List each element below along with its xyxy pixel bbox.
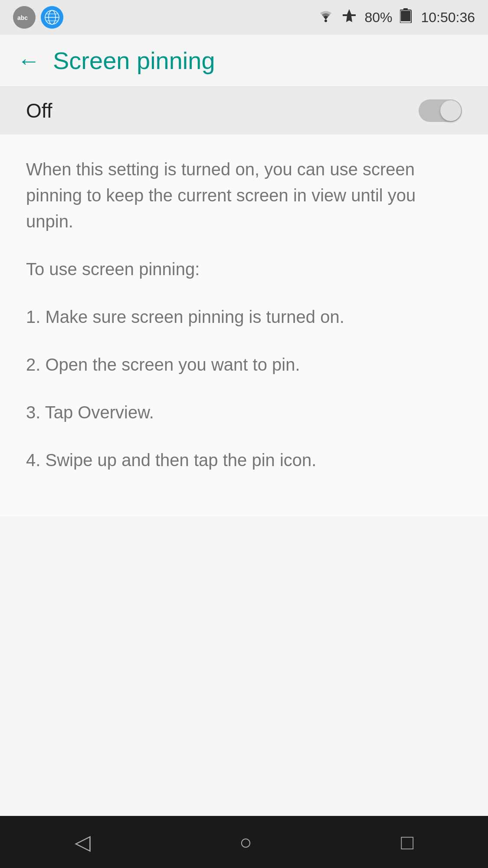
recents-nav-button[interactable]: □ xyxy=(401,830,413,854)
instruction-step-1: 1. Make sure screen pinning is turned on… xyxy=(26,304,462,330)
wifi-icon xyxy=(318,9,334,26)
instruction-step-2: 2. Open the screen you want to pin. xyxy=(26,352,462,378)
battery-icon xyxy=(400,8,413,26)
battery-percentage: 80% xyxy=(364,10,392,26)
content-area: When this setting is turned on, you can … xyxy=(0,135,488,516)
abc-app-icon: abc xyxy=(13,6,36,29)
status-bar: abc 80% xyxy=(0,0,488,35)
toggle-knob xyxy=(440,100,461,121)
svg-point-6 xyxy=(324,20,327,22)
time-display: 10:50:36 xyxy=(421,10,475,26)
instruction-heading: To use screen pinning: xyxy=(26,256,462,282)
status-left-icons: abc xyxy=(13,6,63,29)
status-right-icons: 80% 10:50:36 xyxy=(318,8,475,26)
page-title: Screen pinning xyxy=(53,46,215,75)
header: ← Screen pinning xyxy=(0,35,488,87)
description-text: When this setting is turned on, you can … xyxy=(26,156,462,234)
globe-app-icon xyxy=(41,6,63,29)
toggle-label: Off xyxy=(26,99,52,122)
navigation-bar: ◁ ○ □ xyxy=(0,816,488,868)
back-nav-button[interactable]: ◁ xyxy=(75,830,91,854)
svg-rect-8 xyxy=(403,8,408,10)
home-nav-button[interactable]: ○ xyxy=(239,830,252,854)
back-button[interactable]: ← xyxy=(17,49,40,72)
instruction-step-3: 3. Tap Overview. xyxy=(26,399,462,425)
instruction-step-4: 4. Swipe up and then tap the pin icon. xyxy=(26,447,462,473)
svg-text:abc: abc xyxy=(17,14,28,21)
svg-rect-9 xyxy=(401,11,410,21)
screen-pinning-toggle[interactable] xyxy=(419,99,462,122)
airplane-icon xyxy=(342,8,357,26)
toggle-row: Off xyxy=(0,87,488,135)
